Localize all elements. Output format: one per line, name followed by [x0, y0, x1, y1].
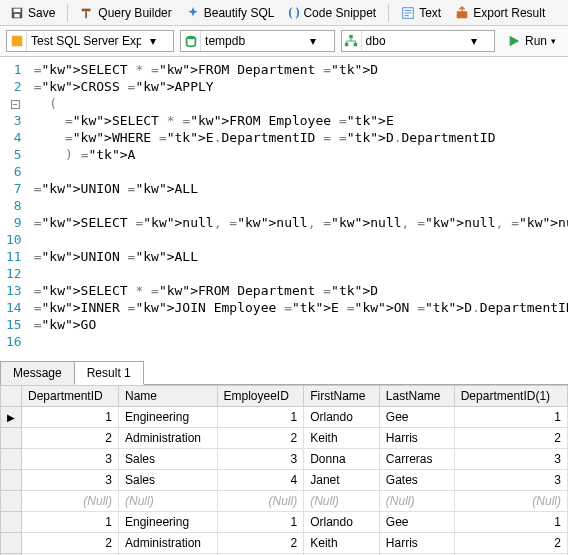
- cell[interactable]: Harris: [379, 428, 454, 449]
- export-button[interactable]: Export Result: [451, 4, 549, 22]
- text-button[interactable]: Text: [397, 4, 445, 22]
- table-row[interactable]: 2Administration2KeithHarris2: [1, 428, 568, 449]
- result-tabs: Message Result 1: [0, 360, 568, 385]
- database-input[interactable]: [201, 31, 305, 51]
- cell[interactable]: 1: [454, 407, 567, 428]
- cell[interactable]: Orlando: [304, 407, 380, 428]
- cell[interactable]: (Null): [217, 491, 304, 512]
- cell[interactable]: 1: [217, 512, 304, 533]
- query-builder-button[interactable]: Query Builder: [76, 4, 175, 22]
- cell[interactable]: (Null): [119, 491, 217, 512]
- chevron-down-icon[interactable]: ▾: [145, 34, 161, 48]
- cell[interactable]: Harris: [379, 533, 454, 554]
- cell[interactable]: (Null): [22, 491, 119, 512]
- cell[interactable]: Engineering: [119, 407, 217, 428]
- database-combo[interactable]: ▾: [180, 30, 334, 52]
- row-header[interactable]: [1, 428, 22, 449]
- column-header[interactable]: FirstName: [304, 386, 380, 407]
- run-button[interactable]: Run ▾: [501, 32, 562, 50]
- cell[interactable]: 1: [22, 512, 119, 533]
- code-area[interactable]: ="kw">SELECT * ="kw">FROM Department ="t…: [34, 61, 568, 350]
- cell[interactable]: 1: [217, 407, 304, 428]
- server-combo[interactable]: ▾: [6, 30, 174, 52]
- cell[interactable]: 2: [22, 533, 119, 554]
- cell[interactable]: Engineering: [119, 512, 217, 533]
- cell[interactable]: Keith: [304, 533, 380, 554]
- cell[interactable]: Janet: [304, 470, 380, 491]
- table-row[interactable]: ▶1Engineering1OrlandoGee1: [1, 407, 568, 428]
- cell[interactable]: Gee: [379, 407, 454, 428]
- row-header[interactable]: [1, 491, 22, 512]
- schema-input[interactable]: [362, 31, 466, 51]
- cell[interactable]: 2: [22, 428, 119, 449]
- chevron-down-icon[interactable]: ▾: [551, 36, 556, 46]
- cell[interactable]: 3: [22, 449, 119, 470]
- main-toolbar: Save Query Builder Beautify SQL ( ) Code…: [0, 0, 568, 26]
- cell[interactable]: Donna: [304, 449, 380, 470]
- column-header[interactable]: DepartmentID(1): [454, 386, 567, 407]
- cell[interactable]: 2: [454, 428, 567, 449]
- beautify-button[interactable]: Beautify SQL: [182, 4, 279, 22]
- tab-message[interactable]: Message: [0, 361, 75, 385]
- cell[interactable]: 1: [22, 407, 119, 428]
- cell[interactable]: 3: [454, 470, 567, 491]
- cell[interactable]: 4: [217, 470, 304, 491]
- row-header[interactable]: ▶: [1, 407, 22, 428]
- connection-bar: ▾ ▾ ▾ Run ▾: [0, 26, 568, 57]
- run-label: Run: [525, 34, 547, 48]
- cell[interactable]: 3: [217, 449, 304, 470]
- cell[interactable]: Orlando: [304, 512, 380, 533]
- save-button[interactable]: Save: [6, 4, 59, 22]
- svg-rect-1: [14, 8, 21, 12]
- cell[interactable]: (Null): [454, 491, 567, 512]
- table-row[interactable]: 2Administration2KeithHarris2: [1, 533, 568, 554]
- sql-editor[interactable]: 12− 345678910111213141516 ="kw">SELECT *…: [0, 57, 568, 354]
- separator: [67, 4, 68, 22]
- export-label: Export Result: [473, 6, 545, 20]
- tab-result[interactable]: Result 1: [74, 361, 144, 385]
- column-header[interactable]: Name: [119, 386, 217, 407]
- row-header[interactable]: [1, 512, 22, 533]
- save-label: Save: [28, 6, 55, 20]
- database-icon: [181, 31, 201, 51]
- cell[interactable]: Gates: [379, 470, 454, 491]
- row-header[interactable]: [1, 533, 22, 554]
- results-grid[interactable]: DepartmentIDNameEmployeeIDFirstNameLastN…: [0, 385, 568, 555]
- cell[interactable]: Carreras: [379, 449, 454, 470]
- cell[interactable]: (Null): [304, 491, 380, 512]
- server-input[interactable]: [27, 31, 145, 51]
- cell[interactable]: (Null): [379, 491, 454, 512]
- save-icon: [10, 6, 24, 20]
- chevron-down-icon[interactable]: ▾: [466, 34, 482, 48]
- cell[interactable]: 3: [22, 470, 119, 491]
- server-icon: [7, 31, 27, 51]
- table-row[interactable]: 3Sales4JanetGates3: [1, 470, 568, 491]
- cell[interactable]: 3: [454, 449, 567, 470]
- cell[interactable]: 2: [217, 533, 304, 554]
- cell[interactable]: 1: [454, 512, 567, 533]
- cell[interactable]: 2: [217, 428, 304, 449]
- cell[interactable]: Keith: [304, 428, 380, 449]
- chevron-down-icon[interactable]: ▾: [305, 34, 321, 48]
- cell[interactable]: Gee: [379, 512, 454, 533]
- cell[interactable]: Administration: [119, 428, 217, 449]
- svg-rect-4: [86, 11, 88, 18]
- row-header[interactable]: [1, 449, 22, 470]
- schema-combo[interactable]: ▾: [341, 30, 495, 52]
- sparkle-icon: [186, 6, 200, 20]
- schema-icon: [342, 31, 362, 51]
- snippet-button[interactable]: ( ) Code Snippet: [284, 3, 380, 22]
- table-row[interactable]: 1Engineering1OrlandoGee1: [1, 512, 568, 533]
- column-header[interactable]: LastName: [379, 386, 454, 407]
- svg-rect-14: [354, 43, 358, 47]
- cell[interactable]: Sales: [119, 470, 217, 491]
- cell[interactable]: 2: [454, 533, 567, 554]
- cell[interactable]: Administration: [119, 533, 217, 554]
- svg-rect-9: [457, 11, 468, 18]
- row-header[interactable]: [1, 470, 22, 491]
- column-header[interactable]: EmployeeID: [217, 386, 304, 407]
- cell[interactable]: Sales: [119, 449, 217, 470]
- column-header[interactable]: DepartmentID: [22, 386, 119, 407]
- table-row[interactable]: 3Sales3DonnaCarreras3: [1, 449, 568, 470]
- table-row[interactable]: (Null)(Null)(Null)(Null)(Null)(Null): [1, 491, 568, 512]
